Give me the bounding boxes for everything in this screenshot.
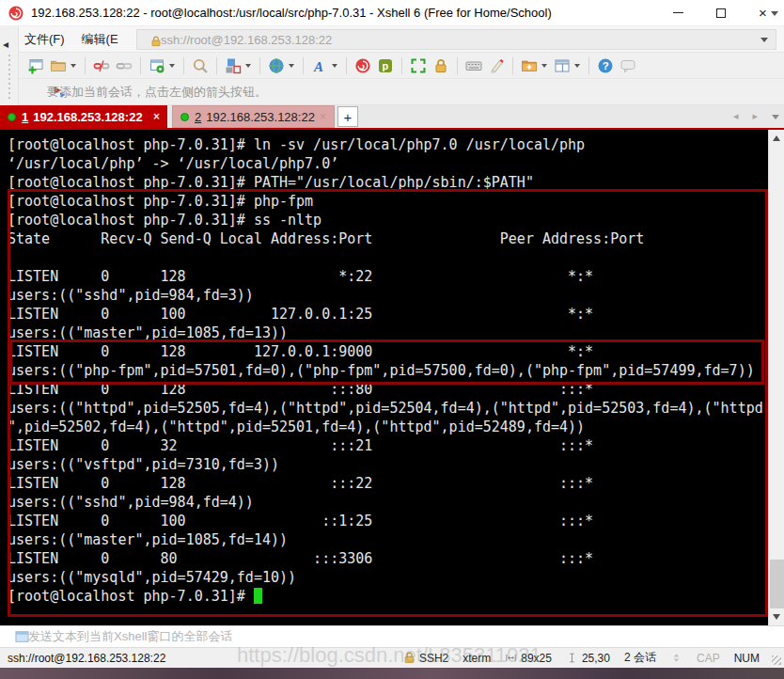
caret-icon [566, 652, 578, 664]
menu-bar: 文件(F) 编辑(E [24, 31, 135, 48]
status-label: 89x25 [521, 652, 552, 665]
session-panel-strip: ◂ [0, 26, 19, 105]
annotation-box-outer [8, 189, 768, 617]
status-2-: 2 会话 [624, 650, 656, 666]
scroll-down-icon[interactable] [773, 614, 780, 620]
disconnect-icon[interactable] [91, 55, 112, 76]
xshell-icon[interactable] [353, 55, 373, 76]
tab-menu-arrow-icon[interactable] [772, 115, 779, 119]
scroll-up-icon[interactable] [773, 135, 780, 141]
svg-text:p: p [383, 60, 389, 71]
find-icon[interactable] [190, 55, 211, 76]
notice-bar: 要添加当前会话，点击左侧的箭头按钮。 [0, 79, 784, 105]
compose-placeholder[interactable]: 发送文本到当前Xshell窗口的全部会话 [28, 628, 232, 645]
desktop-background [0, 668, 784, 679]
status-xterm: xterm [463, 652, 491, 665]
toolbar-separator [457, 57, 458, 74]
svg-text:A: A [313, 58, 323, 73]
balloon-icon[interactable] [618, 55, 638, 76]
address-input[interactable]: ssh://root@192.168.253.128:22 [161, 33, 760, 47]
terminal-line: ‘/usr/local/php’ -> ‘/usr/local/php7.0’ [8, 154, 763, 173]
close-icon: × [759, 6, 767, 20]
address-lock-icon [144, 34, 155, 45]
keyboard-icon[interactable] [463, 55, 484, 76]
toolbar-overflow-icon[interactable] [771, 11, 778, 16]
menu-edit[interactable]: 编辑(E [82, 31, 118, 48]
font-icon[interactable]: A [309, 55, 330, 76]
main-toolbar: Ap? [0, 53, 784, 79]
panes-dropdown-icon[interactable] [245, 64, 251, 68]
session-tab-1[interactable]: 1192.168.253.128:22× [0, 105, 167, 128]
toolbar-separator [346, 57, 347, 74]
notice-text: 要添加当前会话，点击左侧的箭头按钮。 [47, 84, 267, 101]
properties-dropdown-icon[interactable] [169, 64, 175, 68]
new-session-icon[interactable] [25, 55, 46, 76]
menu-file[interactable]: 文件(F) [24, 31, 65, 48]
connected-dot-icon [180, 113, 189, 121]
minimize-button[interactable] [657, 0, 699, 26]
lock-icon[interactable] [431, 55, 451, 76]
address-bar[interactable]: ssh://root@192.168.253.128:22 [136, 29, 776, 50]
properties-icon[interactable] [147, 55, 167, 76]
toolbar-separator [512, 57, 513, 74]
scrollbar-thumb[interactable] [770, 560, 784, 608]
help-icon[interactable]: ? [595, 55, 616, 76]
tile-dropdown-icon[interactable] [574, 64, 580, 68]
xshell-logo-icon [8, 5, 24, 22]
new-folder-icon[interactable] [519, 55, 540, 76]
address-dropdown-icon[interactable] [760, 38, 768, 42]
encoding-dropdown-icon[interactable] [289, 64, 294, 68]
open-session-icon[interactable] [48, 55, 69, 76]
tab-close-icon[interactable]: × [153, 110, 160, 123]
status-25-30: 25,30 [566, 652, 610, 665]
open-session-dropdown-icon[interactable] [71, 64, 76, 68]
size-icon [505, 652, 517, 664]
status-label: xterm [463, 652, 491, 665]
tab-nav-arrows[interactable]: ◂ ▸ [733, 110, 763, 122]
terminal-line: [root@localhost php-7.0.31]# ln -sv /usr… [8, 135, 763, 154]
xftp-icon[interactable]: p [375, 55, 396, 76]
new-folder-dropdown-icon[interactable] [541, 64, 547, 68]
title-bar: 192.168.253.128:22 - root@localhost:/usr… [0, 0, 784, 26]
panes-icon[interactable] [223, 55, 243, 76]
status-updown-icon [670, 652, 682, 664]
tab-close-icon[interactable]: × [320, 110, 326, 123]
status-label: SSH2 [419, 652, 448, 665]
status-label: CAP [697, 652, 720, 665]
toolbar-separator [259, 57, 260, 74]
annotation-box-inner [9, 340, 764, 385]
collapse-panel-arrow-icon[interactable]: ◂ [3, 38, 8, 51]
toolbar-separator [216, 57, 217, 74]
notice-arrow-icon [26, 85, 41, 100]
tab-index: 2 [195, 110, 201, 124]
toolbar-separator [85, 57, 86, 74]
status-ssh2: SSH2 [403, 652, 448, 665]
status-89x25: 89x25 [505, 652, 552, 665]
tab-label: 192.168.253.128:22 [33, 110, 149, 124]
minimize-icon [673, 12, 683, 13]
font-dropdown-icon[interactable] [332, 64, 337, 68]
maximize-button[interactable] [699, 0, 742, 26]
terminal-area[interactable]: [root@localhost php-7.0.31]# ln -sv /usr… [0, 130, 784, 625]
tab-index: 1 [22, 110, 28, 124]
svg-text:?: ? [603, 60, 609, 71]
fullscreen-icon[interactable] [408, 55, 429, 76]
xshell-window: 192.168.253.128:22 - root@localhost:/usr… [0, 0, 784, 679]
terminal-scrollbar[interactable] [768, 130, 784, 625]
tab-bar: 1192.168.253.128:22×2192.168.253.128:22×… [0, 105, 784, 130]
tab-label: 192.168.253.128:22 [206, 110, 316, 124]
session-tab-2[interactable]: 2192.168.253.128:22× [172, 105, 335, 128]
status-label: NUM [734, 652, 760, 665]
compose-bar[interactable]: 发送文本到当前Xshell窗口的全部会话 [0, 625, 784, 647]
tile-icon[interactable] [552, 55, 572, 76]
status-right-items: SSH2xterm89x2525,302 会话CAPNUM [403, 650, 760, 666]
updown-icon [670, 652, 682, 664]
reconnect-icon[interactable] [114, 55, 134, 76]
gripper-handle[interactable] [8, 55, 10, 102]
marker-icon[interactable] [486, 55, 507, 76]
maximize-icon [716, 8, 726, 18]
encoding-icon[interactable] [266, 55, 287, 76]
new-tab-button[interactable]: + [337, 106, 358, 127]
resize-grip[interactable] [772, 655, 781, 665]
status-cap: CAP [697, 652, 720, 665]
